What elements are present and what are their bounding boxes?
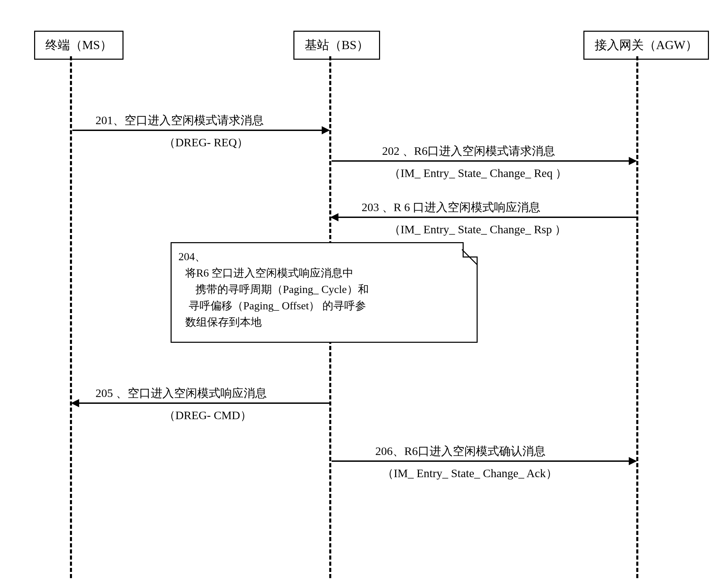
note-204: 204、 将R6 空口进入空闲模式响应消息中 携带的寻呼周期（Paging_ C… [171, 242, 478, 343]
msg-203-arrowhead [330, 213, 338, 221]
msg-205-arrow [78, 402, 330, 404]
msg-206-arrowhead [629, 457, 637, 465]
note-204-line2: 携带的寻呼周期（Paging_ Cycle）和 [185, 281, 470, 297]
msg-206-arrow [332, 460, 630, 462]
lifeline-agw [636, 56, 638, 578]
actor-bs: 基站（BS） [293, 31, 380, 60]
note-204-line4: 数组保存到本地 [185, 314, 470, 330]
msg-202-arrowhead [629, 157, 637, 165]
msg-201-sub: （DREG- REQ） [164, 135, 248, 150]
actor-agw-label: 接入网关（AGW） [595, 38, 698, 52]
actor-ms: 终端（MS） [34, 31, 124, 60]
msg-202-arrow [332, 160, 630, 162]
note-corner-h [463, 256, 478, 258]
note-204-line3: 寻呼偏移（Paging_ Offset） 的寻呼参 [185, 297, 470, 314]
msg-203-sub: （IM_ Entry_ State_ Change_ Rsp ） [389, 222, 566, 237]
msg-203-label: 203 、R 6 口进入空闲模式响应消息 [362, 200, 540, 215]
msg-202-label: 202 、R6口进入空闲模式请求消息 [382, 143, 555, 159]
msg-202-sub: （IM_ Entry_ State_ Change_ Req ） [389, 165, 567, 181]
note-corner-v [463, 242, 464, 258]
msg-201-label: 201、空口进入空闲模式请求消息 [96, 113, 264, 128]
msg-205-label: 205 、空口进入空闲模式响应消息 [96, 385, 267, 401]
note-204-num: 204、 [178, 248, 470, 265]
msg-206-sub: （IM_ Entry_ State_ Change_ Ack） [382, 466, 557, 481]
msg-205-arrowhead [71, 399, 79, 407]
actor-agw: 接入网关（AGW） [583, 31, 709, 60]
msg-206-label: 206、R6口进入空闲模式确认消息 [375, 443, 546, 459]
msg-201-arrowhead [322, 126, 330, 134]
sequence-diagram: 终端（MS） 基站（BS） 接入网关（AGW） 201、空口进入空闲模式请求消息… [14, 14, 712, 574]
lifeline-ms [70, 56, 72, 578]
actor-bs-label: 基站（BS） [305, 38, 369, 52]
actor-ms-label: 终端（MS） [45, 38, 112, 52]
msg-203-arrow [337, 217, 636, 218]
msg-201-arrow [72, 130, 323, 131]
note-corner-mask [463, 241, 478, 257]
note-204-line1: 将R6 空口进入空闲模式响应消息中 [185, 265, 470, 281]
msg-205-sub: （DREG- CMD） [164, 408, 252, 423]
